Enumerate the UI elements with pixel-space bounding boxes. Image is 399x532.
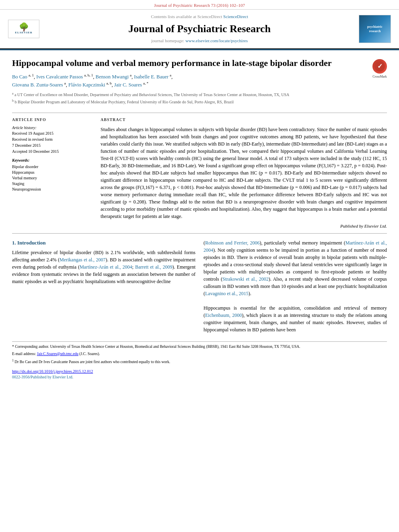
elsevier-tree-icon: 🌳 [19,23,29,31]
aff-sup-1: a, 1 [29,73,34,77]
affil-b-text: b Bipolar Disorder Program and Laborator… [15,100,234,105]
article-title: Hippocampal volume and verbal memory per… [12,58,368,69]
author-ives[interactable]: Ives Cavalcante Passos [36,74,83,80]
homepage-line: journal homepage: www.elsevier.com/locat… [40,38,359,44]
footnote-corresponding: * Corresponding author. University of Te… [12,344,387,349]
elsevier-logo: 🌳 ELSEVIER [8,20,39,38]
rule-after-affiliations [12,113,387,113]
history-section: Article history: Received 19 August 2015… [12,125,93,154]
received-date: Received 19 August 2015 [12,131,93,136]
title-row: Hippocampal volume and verbal memory per… [12,58,387,109]
journal-citation-bar: Journal of Psychiatric Research 73 (2016… [0,0,399,10]
ref-barrett[interactable]: Barrett et al., 2009 [135,264,173,270]
aff-sup-6: a, b [107,81,112,85]
kw-neuroprogression: Neuroprogression [12,187,41,191]
affil-a-text: a UT Center of Excellence on Mood Disord… [14,92,289,97]
footnotes-area: * Corresponding author. University of Te… [12,341,387,365]
main-body: 1. Introduction Lifetime prevalence of b… [0,235,399,337]
ref-martinez[interactable]: Martínez-Arán et al., 2004 [80,264,132,270]
affil-b: b b Bipolar Disorder Program and Laborat… [12,99,368,105]
sciencedirect-link[interactable]: ScienceDirect [223,14,248,19]
aff-sup-4: a [170,73,171,77]
keywords-list: Bipolar disorder Hippocampus Verbal memo… [12,164,93,192]
kw-staging: Staging [12,181,25,186]
doi-bar: http://dx.doi.org/10.1016/j.jpsychires.2… [0,366,399,382]
intro-heading: 1. Introduction [12,239,195,246]
ref-eichenbaum[interactable]: Eichenbaum, 2000 [205,312,242,318]
aff-sup-3: a [130,73,132,77]
abstract-text: Studies about changes in hippocampal vol… [101,126,387,220]
left-body-column: 1. Introduction Lifetime prevalence of b… [12,239,195,333]
doi-link[interactable]: http://dx.doi.org/10.1016/j.jpsychires.2… [12,369,93,374]
revised-date: 7 December 2015 [12,143,93,148]
sciencedirect-text: Contents lists available at ScienceDirec… [151,14,222,19]
received-revised-label: Received in revised form [12,137,93,142]
article-info-heading: ARTICLE INFO [12,117,93,123]
author-bo-cao[interactable]: Bo Cao [12,74,27,80]
article-info-column: ARTICLE INFO Article history: Received 1… [12,117,93,229]
abstract-column: ABSTRACT Studies about changes in hippoc… [101,117,387,229]
homepage-label: journal homepage: [151,38,184,43]
article-header-area: Hippocampal volume and verbal memory per… [0,50,399,233]
crossmark-area: ✓ CrossMark [372,59,387,79]
homepage-url[interactable]: www.elsevier.com/locate/psychires [185,38,248,43]
journal-citation: Journal of Psychiatric Research 73 (2016… [154,3,245,8]
journal-title: Journal of Psychiatric Research [40,22,359,36]
journal-header: 🌳 ELSEVIER Contents lists available at S… [0,10,399,49]
crossmark-badge: ✓ [372,59,387,74]
aff-sup-7: a, * [143,81,148,85]
author-benson[interactable]: Benson Mwangi [96,74,129,80]
footnote-joint-authors: 1 Dr Bo Cao and Dr Ives Cavalcante Passo… [12,358,387,365]
author-jair[interactable]: Jair C. Soares [114,82,142,88]
history-label: Article history: [12,125,93,131]
ref-robinson[interactable]: Robinson and Ferrier, 2006 [205,240,259,246]
rule-before-body [12,233,387,234]
email-link[interactable]: Jair.C.Soares@uth.tmc.edu [37,352,78,356]
ref-merikangas[interactable]: Merikangas et al., 2007 [60,257,106,263]
published-by: Published by Elsevier Ltd. [101,223,387,229]
authors-line: Bo Cao a, 1, Ives Cavalcante Passos a, b… [12,73,368,89]
crossmark-icon: ✓ [374,61,385,72]
author-giovana[interactable]: Giovana B. Zunta-Soares [12,82,63,88]
kw-verbal: Verbal memory [12,176,37,180]
ref-strakowski[interactable]: Strakowski et al., 2002 [222,276,269,282]
footnote-email: E-mail address: Jair.C.Soares@uth.tmc.ed… [12,351,387,357]
accepted-date: Accepted 10 December 2015 [12,149,93,154]
intro-paragraph1: Lifetime prevalence of bipolar disorder … [12,249,195,285]
ref-lavagnino[interactable]: Lavagnino et al., 2015 [205,291,249,296]
elsevier-logo-area: 🌳 ELSEVIER [8,20,40,38]
author-isabelle[interactable]: Isabelle E. Bauer [134,74,169,80]
kw-hippocampus: Hippocampus [12,170,35,175]
sciencedirect-notice: Contents lists available at ScienceDirec… [40,14,359,20]
elsevier-wordmark: ELSEVIER [15,31,32,35]
aff-sup-2: a, b, 1 [84,73,93,77]
keywords-section: Keywords: Bipolar disorder Hippocampus V… [12,158,93,192]
journal-title-area: Contents lists available at ScienceDirec… [40,14,359,44]
issn-text: 0022-3956/Published by Elsevier Ltd. [12,375,73,379]
journal-thumbnail: psychiatric research [359,15,391,43]
info-abstract-columns: ARTICLE INFO Article history: Received 1… [12,117,387,229]
keywords-label: Keywords: [12,158,93,163]
right-body-column: (Robinson and Ferrier, 2006), particular… [204,239,387,333]
svg-text:✓: ✓ [377,63,383,70]
affil-a: a a UT Center of Excellence on Mood Diso… [12,91,368,98]
crossmark-label: CrossMark [372,74,387,79]
abstract-heading: ABSTRACT [101,117,387,123]
kw-bipolar: Bipolar disorder [12,164,38,169]
aff-sup-5: a [64,81,66,85]
intro-paragraph1-cont: (Robinson and Ferrier, 2006), particular… [204,239,387,297]
intro-paragraph2: Hippocampus is essential for the acquisi… [204,304,387,333]
affiliations: a a UT Center of Excellence on Mood Diso… [12,91,368,105]
thumbnail-line2: research [369,29,380,33]
thumbnail-line1: psychiatric [367,25,383,29]
title-content: Hippocampal volume and verbal memory per… [12,58,368,109]
author-flavio[interactable]: Flávio Kapczinski [68,82,105,88]
